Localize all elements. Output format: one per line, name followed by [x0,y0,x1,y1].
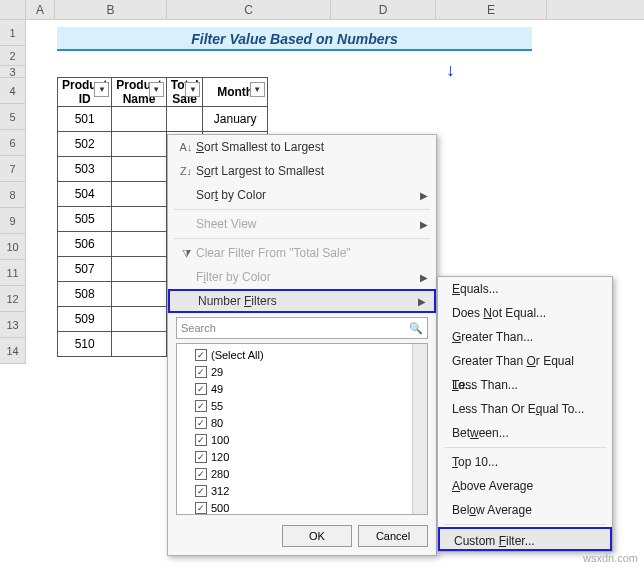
row-headers: 1 2 3 4 5 6 7 8 9 10 11 12 13 14 [0,20,26,364]
menu-sort-desc[interactable]: Z↓Sort Largest to Smallest [168,159,436,183]
checkbox-icon[interactable]: ✓ [195,417,207,429]
check-item[interactable]: ✓312 [181,482,423,499]
th-product-name[interactable]: Product Name▼ [112,78,166,107]
search-icon: 🔍 [409,322,423,335]
checkbox-icon[interactable]: ✓ [195,502,207,514]
row-header[interactable]: 3 [0,66,26,78]
row-header[interactable]: 4 [0,78,26,104]
submenu-not-equal[interactable]: Does Not Equal... [438,301,612,325]
cell-id[interactable]: 507 [58,257,112,282]
menu-clear-filter: ⧩Clear Filter From "Total Sale" [168,241,436,265]
col-header-b[interactable]: B [55,0,167,19]
check-item[interactable]: ✓80 [181,414,423,431]
submenu-greater-equal[interactable]: Greater Than Or Equal To... [438,349,612,373]
check-item[interactable]: ✓55 [181,397,423,414]
checkbox-icon[interactable]: ✓ [195,400,207,412]
submenu-less-than[interactable]: Less Than... [438,373,612,397]
filter-dropdown-menu: A↓Sort Smallest to Largest Z↓Sort Larges… [167,134,437,556]
number-filters-submenu: Equals... Does Not Equal... Greater Than… [437,276,613,552]
row-header[interactable]: 11 [0,260,26,286]
check-item[interactable]: ✓29 [181,363,423,380]
clear-filter-icon: ⧩ [176,247,196,260]
menu-sort-asc[interactable]: A↓Sort Smallest to Largest [168,135,436,159]
checkbox-icon[interactable]: ✓ [195,468,207,480]
row-header[interactable]: 5 [0,104,26,130]
submenu-above-avg[interactable]: Above Average [438,474,612,498]
row-header[interactable]: 13 [0,312,26,338]
check-select-all[interactable]: ✓(Select All) [181,346,423,363]
row-header[interactable]: 8 [0,182,26,208]
checkbox-icon[interactable]: ✓ [195,366,207,378]
th-product-id[interactable]: Product ID▼ [58,78,112,107]
filter-dropdown-icon[interactable]: ▼ [149,82,164,97]
cell-id[interactable]: 501 [58,107,112,132]
th-month[interactable]: Month▼ [203,78,267,107]
menu-sort-by-color[interactable]: Sort by Color▶ [168,183,436,207]
filter-dropdown-icon[interactable]: ▼ [94,82,109,97]
row-header[interactable]: 12 [0,286,26,312]
search-placeholder: Search [181,322,216,334]
menu-number-filters[interactable]: Number Filters▶ [168,289,436,313]
chevron-right-icon: ▶ [420,190,428,201]
table-header-row: Product ID▼ Product Name▼ Total Sale▼ Mo… [58,78,268,107]
row-header[interactable]: 7 [0,156,26,182]
check-item[interactable]: ✓100 [181,431,423,448]
th-label: Month [217,85,253,99]
submenu-less-equal[interactable]: Less Than Or Equal To... [438,397,612,421]
filter-dropdown-icon[interactable]: ▼ [250,82,265,97]
submenu-top10[interactable]: Top 10... [438,450,612,474]
cell-id[interactable]: 509 [58,307,112,332]
checkbox-icon[interactable]: ✓ [195,485,207,497]
cell-id[interactable]: 506 [58,232,112,257]
row-header[interactable]: 10 [0,234,26,260]
sort-desc-icon: Z↓ [176,165,196,177]
cell-id[interactable]: 508 [58,282,112,307]
col-header-d[interactable]: D [331,0,436,19]
filter-values-list[interactable]: ✓(Select All) ✓29 ✓49 ✓55 ✓80 ✓100 ✓120 … [176,343,428,515]
cell-id[interactable]: 502 [58,132,112,157]
chevron-right-icon: ▶ [420,219,428,230]
filter-search-input[interactable]: Search🔍 [176,317,428,339]
menu-filter-by-color: Filter by Color▶ [168,265,436,289]
chevron-right-icon: ▶ [418,296,426,307]
col-header-corner[interactable] [0,0,26,19]
cell-month[interactable]: January [203,107,267,132]
scrollbar[interactable] [412,344,427,514]
row-header[interactable]: 9 [0,208,26,234]
checkbox-icon[interactable]: ✓ [195,451,207,463]
submenu-equals[interactable]: Equals... [438,277,612,301]
arrow-indicator-icon: ↓ [446,60,455,81]
col-header-a[interactable]: A [26,0,55,19]
row-header[interactable]: 6 [0,130,26,156]
cell-id[interactable]: 503 [58,157,112,182]
column-headers: A B C D E [0,0,644,20]
submenu-below-avg[interactable]: Below Average [438,498,612,522]
cancel-button[interactable]: Cancel [358,525,428,547]
col-header-e[interactable]: E [436,0,547,19]
cell-name[interactable] [112,107,166,132]
cell-id[interactable]: 504 [58,182,112,207]
filter-dropdown-icon[interactable]: ▼ [185,82,200,97]
check-item[interactable]: ✓49 [181,380,423,397]
cell-id[interactable]: 505 [58,207,112,232]
submenu-custom-filter[interactable]: Custom Filter... [438,527,612,551]
row-header[interactable]: 2 [0,46,26,66]
row-header[interactable]: 1 [0,20,26,46]
sort-asc-icon: A↓ [176,141,196,153]
submenu-between[interactable]: Between... [438,421,612,445]
checkbox-icon[interactable]: ✓ [195,383,207,395]
ok-button[interactable]: OK [282,525,352,547]
submenu-greater-than[interactable]: Greater Than... [438,325,612,349]
menu-sheet-view: Sheet View▶ [168,212,436,236]
col-header-c[interactable]: C [167,0,331,19]
checkbox-icon[interactable]: ✓ [195,434,207,446]
cell-sale[interactable] [166,107,203,132]
checkbox-icon[interactable]: ✓ [195,349,207,361]
check-item[interactable]: ✓120 [181,448,423,465]
check-item[interactable]: ✓500 [181,499,423,515]
check-item[interactable]: ✓280 [181,465,423,482]
cell-id[interactable]: 510 [58,332,112,357]
row-header[interactable]: 14 [0,338,26,364]
watermark: wsxdn.com [583,552,638,564]
th-total-sale[interactable]: Total Sale▼ [166,78,203,107]
